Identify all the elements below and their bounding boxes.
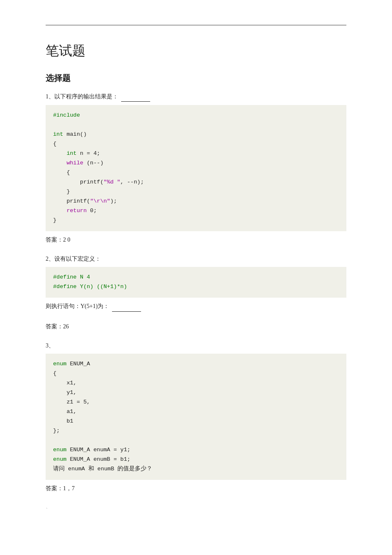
- page-title: 笔试题: [46, 42, 346, 60]
- q1-line-include: #include: [53, 112, 80, 118]
- q2-text: 2、设有以下宏定义：: [46, 254, 346, 264]
- q3-code: enum ENUM_A { x1, y1, z1 = 5, a1, b1 }; …: [46, 354, 346, 479]
- q3-text: 3、: [46, 341, 346, 350]
- q1-code: #include int main() { int n = 4; while (…: [46, 105, 346, 231]
- page-container: 笔试题 选择题 1、以下程序的输出结果是： #include int main(…: [0, 0, 392, 535]
- question-1: 1、以下程序的输出结果是： #include int main() { int …: [46, 92, 346, 244]
- q2-code: #define N 4 #define Y(n) ((N+1)*n): [46, 267, 346, 298]
- q2-answer: 答案：26: [46, 322, 346, 331]
- page-end-mark: 、: [46, 503, 346, 510]
- q3-answer: 答案：1，7: [46, 484, 346, 493]
- top-divider: [46, 25, 346, 25]
- q1-text: 1、以下程序的输出结果是：: [46, 92, 346, 102]
- q1-while-keyword: while: [66, 160, 83, 166]
- question-3: 3、 enum ENUM_A { x1, y1, z1 = 5, a1, b1 …: [46, 341, 346, 493]
- question-2: 2、设有以下宏定义： #define N 4 #define Y(n) ((N+…: [46, 254, 346, 331]
- section-choice-title: 选择题: [46, 73, 346, 84]
- q1-answer: 答案：2 0: [46, 235, 346, 244]
- q1-line-int: int: [53, 131, 63, 137]
- q2-subtext: 则执行语句：Y(5+1)为：: [46, 302, 346, 311]
